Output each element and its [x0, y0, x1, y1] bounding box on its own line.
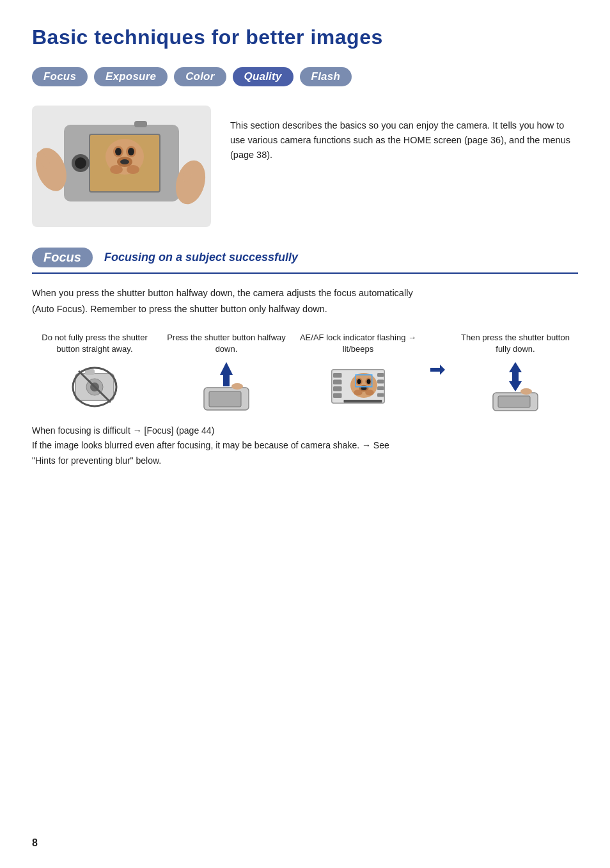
tab-color[interactable]: Color — [174, 67, 226, 86]
focus-description: When you press the shutter button halfwa… — [32, 285, 578, 317]
tab-quality[interactable]: Quality — [233, 67, 293, 86]
step-4: Then press the shutter button fully down… — [453, 332, 578, 411]
svg-rect-30 — [333, 379, 342, 384]
svg-point-6 — [128, 148, 134, 155]
svg-rect-29 — [333, 373, 342, 378]
step-3: AE/AF lock indicator flashing → lit/beep… — [295, 332, 421, 411]
camera-svg — [32, 106, 211, 227]
focus-badge: Focus — [32, 248, 93, 267]
intro-text: This section describes the basics so you… — [230, 106, 578, 163]
svg-point-8 — [120, 159, 129, 164]
step-4-label: Then press the shutter button fully down… — [453, 332, 578, 355]
svg-rect-46 — [377, 386, 384, 390]
svg-rect-32 — [333, 393, 342, 398]
focus-header: Focus Focusing on a subject successfully — [32, 248, 578, 267]
step-2-label: Press the shutter button halfway down. — [164, 332, 289, 355]
svg-marker-24 — [220, 362, 233, 386]
svg-rect-45 — [377, 379, 384, 383]
svg-rect-43 — [344, 400, 382, 403]
step-2-img — [198, 361, 255, 412]
svg-point-5 — [115, 148, 121, 155]
svg-rect-47 — [377, 393, 384, 397]
svg-rect-26 — [209, 391, 241, 407]
step-1-label: Do not fully press the shutter button st… — [32, 332, 157, 355]
step-arrow — [427, 332, 446, 379]
svg-point-36 — [357, 379, 361, 384]
tab-focus[interactable]: Focus — [32, 67, 88, 86]
svg-marker-48 — [430, 365, 445, 375]
section-divider — [32, 272, 578, 274]
step-1-img — [66, 361, 123, 412]
intro-section: This section describes the basics so you… — [32, 106, 578, 227]
svg-rect-31 — [333, 386, 342, 391]
step-2: Press the shutter button halfway down. — [164, 332, 289, 411]
step-3-label: AE/AF lock indicator flashing → lit/beep… — [295, 332, 421, 355]
svg-point-40 — [354, 390, 363, 395]
svg-rect-51 — [498, 396, 530, 407]
svg-rect-13 — [134, 121, 147, 127]
nav-tabs: Focus Exposure Color Quality Flash — [32, 67, 578, 86]
page-title: Basic techniques for better images — [32, 26, 578, 49]
step-1: Do not fully press the shutter button st… — [32, 332, 157, 411]
svg-rect-44 — [377, 373, 384, 377]
svg-point-9 — [110, 165, 123, 174]
svg-point-10 — [127, 165, 139, 174]
svg-point-27 — [231, 383, 243, 390]
svg-point-41 — [365, 390, 374, 395]
svg-marker-49 — [509, 362, 522, 391]
focus-subtitle: Focusing on a subject successfully — [104, 251, 298, 264]
svg-point-12 — [75, 157, 86, 169]
camera-illustration — [32, 106, 211, 227]
step-3-img — [329, 361, 387, 412]
tab-exposure[interactable]: Exposure — [94, 67, 168, 86]
page-number: 8 — [32, 837, 38, 849]
svg-point-52 — [520, 388, 532, 395]
tab-flash[interactable]: Flash — [300, 67, 352, 86]
step-4-img — [487, 361, 544, 412]
svg-point-37 — [367, 379, 371, 384]
hint-text: When focusing is difficult → [Focus] (pa… — [32, 423, 578, 469]
steps-row: Do not fully press the shutter button st… — [32, 332, 578, 411]
